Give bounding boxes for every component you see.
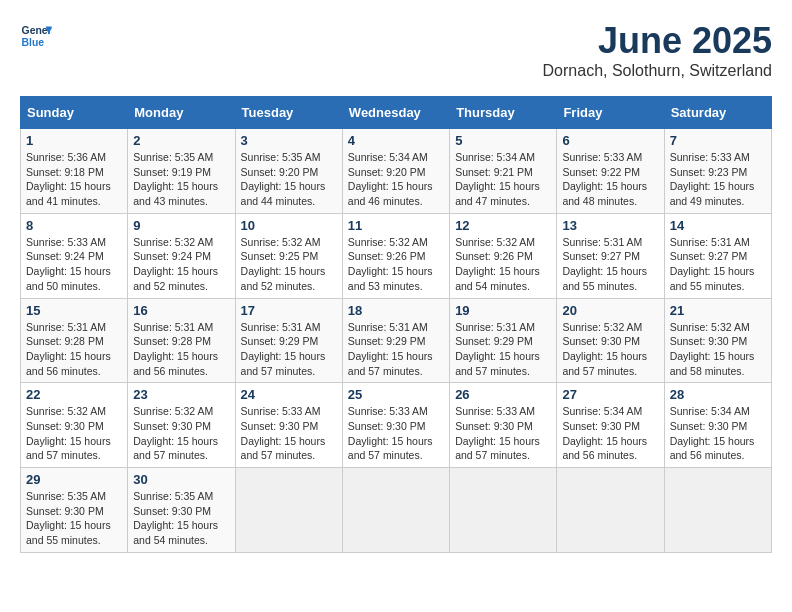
day-info: Sunrise: 5:32 AMSunset: 9:26 PMDaylight:… [348, 236, 433, 292]
day-number: 12 [455, 218, 551, 233]
day-info: Sunrise: 5:34 AMSunset: 9:21 PMDaylight:… [455, 151, 540, 207]
calendar-week-row: 29 Sunrise: 5:35 AMSunset: 9:30 PMDaylig… [21, 468, 772, 553]
calendar-cell: 23 Sunrise: 5:32 AMSunset: 9:30 PMDaylig… [128, 383, 235, 468]
day-info: Sunrise: 5:32 AMSunset: 9:30 PMDaylight:… [562, 321, 647, 377]
calendar-cell: 29 Sunrise: 5:35 AMSunset: 9:30 PMDaylig… [21, 468, 128, 553]
calendar-cell: 14 Sunrise: 5:31 AMSunset: 9:27 PMDaylig… [664, 213, 771, 298]
calendar-cell: 4 Sunrise: 5:34 AMSunset: 9:20 PMDayligh… [342, 129, 449, 214]
day-info: Sunrise: 5:32 AMSunset: 9:30 PMDaylight:… [26, 405, 111, 461]
day-number: 2 [133, 133, 229, 148]
day-info: Sunrise: 5:35 AMSunset: 9:19 PMDaylight:… [133, 151, 218, 207]
day-info: Sunrise: 5:31 AMSunset: 9:29 PMDaylight:… [348, 321, 433, 377]
day-info: Sunrise: 5:32 AMSunset: 9:24 PMDaylight:… [133, 236, 218, 292]
day-info: Sunrise: 5:33 AMSunset: 9:30 PMDaylight:… [455, 405, 540, 461]
weekday-header-row: SundayMondayTuesdayWednesdayThursdayFrid… [21, 97, 772, 129]
calendar-cell [557, 468, 664, 553]
day-info: Sunrise: 5:33 AMSunset: 9:22 PMDaylight:… [562, 151, 647, 207]
calendar-cell [664, 468, 771, 553]
calendar-cell: 1 Sunrise: 5:36 AMSunset: 9:18 PMDayligh… [21, 129, 128, 214]
calendar-cell: 10 Sunrise: 5:32 AMSunset: 9:25 PMDaylig… [235, 213, 342, 298]
day-number: 22 [26, 387, 122, 402]
calendar-cell: 12 Sunrise: 5:32 AMSunset: 9:26 PMDaylig… [450, 213, 557, 298]
day-info: Sunrise: 5:32 AMSunset: 9:30 PMDaylight:… [133, 405, 218, 461]
day-number: 10 [241, 218, 337, 233]
day-info: Sunrise: 5:31 AMSunset: 9:29 PMDaylight:… [455, 321, 540, 377]
calendar-cell: 22 Sunrise: 5:32 AMSunset: 9:30 PMDaylig… [21, 383, 128, 468]
calendar-cell [342, 468, 449, 553]
day-number: 28 [670, 387, 766, 402]
calendar-subtitle: Dornach, Solothurn, Switzerland [543, 62, 772, 80]
day-info: Sunrise: 5:34 AMSunset: 9:30 PMDaylight:… [562, 405, 647, 461]
day-info: Sunrise: 5:34 AMSunset: 9:20 PMDaylight:… [348, 151, 433, 207]
day-number: 7 [670, 133, 766, 148]
calendar-cell: 15 Sunrise: 5:31 AMSunset: 9:28 PMDaylig… [21, 298, 128, 383]
day-info: Sunrise: 5:35 AMSunset: 9:20 PMDaylight:… [241, 151, 326, 207]
calendar-cell [235, 468, 342, 553]
day-info: Sunrise: 5:32 AMSunset: 9:25 PMDaylight:… [241, 236, 326, 292]
calendar-cell: 21 Sunrise: 5:32 AMSunset: 9:30 PMDaylig… [664, 298, 771, 383]
day-info: Sunrise: 5:33 AMSunset: 9:30 PMDaylight:… [348, 405, 433, 461]
day-number: 8 [26, 218, 122, 233]
calendar-cell [450, 468, 557, 553]
calendar-cell: 24 Sunrise: 5:33 AMSunset: 9:30 PMDaylig… [235, 383, 342, 468]
logo-icon: General Blue [20, 20, 52, 52]
calendar-cell: 17 Sunrise: 5:31 AMSunset: 9:29 PMDaylig… [235, 298, 342, 383]
day-number: 20 [562, 303, 658, 318]
day-info: Sunrise: 5:32 AMSunset: 9:30 PMDaylight:… [670, 321, 755, 377]
day-info: Sunrise: 5:33 AMSunset: 9:24 PMDaylight:… [26, 236, 111, 292]
day-number: 30 [133, 472, 229, 487]
day-number: 9 [133, 218, 229, 233]
calendar-cell: 27 Sunrise: 5:34 AMSunset: 9:30 PMDaylig… [557, 383, 664, 468]
calendar-cell: 3 Sunrise: 5:35 AMSunset: 9:20 PMDayligh… [235, 129, 342, 214]
day-info: Sunrise: 5:31 AMSunset: 9:27 PMDaylight:… [670, 236, 755, 292]
calendar-cell: 5 Sunrise: 5:34 AMSunset: 9:21 PMDayligh… [450, 129, 557, 214]
day-info: Sunrise: 5:31 AMSunset: 9:28 PMDaylight:… [26, 321, 111, 377]
weekday-header: Monday [128, 97, 235, 129]
day-number: 16 [133, 303, 229, 318]
day-number: 24 [241, 387, 337, 402]
calendar-cell: 8 Sunrise: 5:33 AMSunset: 9:24 PMDayligh… [21, 213, 128, 298]
calendar-table: SundayMondayTuesdayWednesdayThursdayFrid… [20, 96, 772, 553]
calendar-cell: 9 Sunrise: 5:32 AMSunset: 9:24 PMDayligh… [128, 213, 235, 298]
day-number: 29 [26, 472, 122, 487]
day-number: 19 [455, 303, 551, 318]
day-number: 23 [133, 387, 229, 402]
day-info: Sunrise: 5:31 AMSunset: 9:28 PMDaylight:… [133, 321, 218, 377]
calendar-week-row: 15 Sunrise: 5:31 AMSunset: 9:28 PMDaylig… [21, 298, 772, 383]
weekday-header: Tuesday [235, 97, 342, 129]
day-number: 11 [348, 218, 444, 233]
day-info: Sunrise: 5:35 AMSunset: 9:30 PMDaylight:… [133, 490, 218, 546]
day-number: 27 [562, 387, 658, 402]
logo: General Blue [20, 20, 52, 52]
day-number: 4 [348, 133, 444, 148]
calendar-cell: 26 Sunrise: 5:33 AMSunset: 9:30 PMDaylig… [450, 383, 557, 468]
calendar-cell: 19 Sunrise: 5:31 AMSunset: 9:29 PMDaylig… [450, 298, 557, 383]
day-number: 21 [670, 303, 766, 318]
calendar-cell: 11 Sunrise: 5:32 AMSunset: 9:26 PMDaylig… [342, 213, 449, 298]
weekday-header: Thursday [450, 97, 557, 129]
calendar-cell: 25 Sunrise: 5:33 AMSunset: 9:30 PMDaylig… [342, 383, 449, 468]
day-number: 15 [26, 303, 122, 318]
title-area: June 2025 Dornach, Solothurn, Switzerlan… [543, 20, 772, 80]
day-number: 6 [562, 133, 658, 148]
calendar-cell: 2 Sunrise: 5:35 AMSunset: 9:19 PMDayligh… [128, 129, 235, 214]
day-number: 17 [241, 303, 337, 318]
day-info: Sunrise: 5:35 AMSunset: 9:30 PMDaylight:… [26, 490, 111, 546]
day-number: 13 [562, 218, 658, 233]
calendar-cell: 13 Sunrise: 5:31 AMSunset: 9:27 PMDaylig… [557, 213, 664, 298]
day-info: Sunrise: 5:36 AMSunset: 9:18 PMDaylight:… [26, 151, 111, 207]
calendar-cell: 7 Sunrise: 5:33 AMSunset: 9:23 PMDayligh… [664, 129, 771, 214]
weekday-header: Sunday [21, 97, 128, 129]
day-info: Sunrise: 5:31 AMSunset: 9:29 PMDaylight:… [241, 321, 326, 377]
calendar-week-row: 8 Sunrise: 5:33 AMSunset: 9:24 PMDayligh… [21, 213, 772, 298]
day-info: Sunrise: 5:33 AMSunset: 9:30 PMDaylight:… [241, 405, 326, 461]
calendar-cell: 6 Sunrise: 5:33 AMSunset: 9:22 PMDayligh… [557, 129, 664, 214]
weekday-header: Friday [557, 97, 664, 129]
header: General Blue June 2025 Dornach, Solothur… [20, 20, 772, 80]
day-number: 1 [26, 133, 122, 148]
svg-text:Blue: Blue [22, 37, 45, 48]
day-info: Sunrise: 5:31 AMSunset: 9:27 PMDaylight:… [562, 236, 647, 292]
weekday-header: Saturday [664, 97, 771, 129]
day-info: Sunrise: 5:33 AMSunset: 9:23 PMDaylight:… [670, 151, 755, 207]
calendar-cell: 16 Sunrise: 5:31 AMSunset: 9:28 PMDaylig… [128, 298, 235, 383]
